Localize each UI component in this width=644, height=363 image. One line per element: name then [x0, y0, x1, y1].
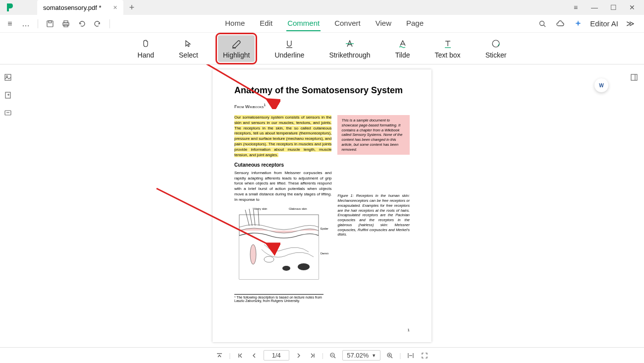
word-export-badge[interactable]: W [594, 78, 608, 92]
sticker-tool[interactable]: Sticker [481, 35, 512, 62]
menu-edit[interactable]: Edit [259, 16, 273, 31]
menu-comment[interactable]: Comment [286, 16, 321, 31]
tool-label: Text box [434, 51, 460, 59]
tool-label: Hand [138, 51, 154, 59]
svg-line-27 [249, 209, 252, 226]
svg-rect-4 [64, 25, 68, 27]
bookmarks-icon[interactable] [4, 91, 14, 101]
zoom-in-icon[interactable] [385, 351, 394, 360]
print-icon[interactable] [60, 18, 72, 30]
maximize-icon[interactable]: ☐ [608, 3, 618, 11]
scroll-top-icon[interactable] [215, 351, 224, 360]
highlight-tool[interactable]: Highlight [218, 35, 255, 62]
tab-title: somatosensory.pdf * [43, 4, 102, 11]
comments-icon[interactable] [4, 109, 14, 119]
search-icon[interactable] [537, 18, 548, 30]
page-number: 1 [408, 328, 410, 332]
menubar: Home Edit Comment Convert View Page [114, 16, 535, 31]
highlighted-paragraph[interactable]: Our somatosensory system consists of sen… [234, 115, 331, 157]
tilde-icon [398, 38, 408, 49]
fit-width-icon[interactable] [406, 351, 415, 360]
editor-ai-button[interactable]: Editor AI [590, 19, 618, 28]
app-logo [0, 2, 20, 12]
more-icon[interactable]: … [20, 18, 32, 30]
svg-point-33 [282, 266, 290, 271]
document-source: From Wikibooks1 [234, 103, 410, 109]
close-window-icon[interactable]: ✕ [627, 3, 637, 11]
save-icon[interactable] [44, 18, 56, 30]
panel-toggle-icon[interactable] [630, 73, 640, 83]
workspace: Anatomy of the Somatosensory System From… [0, 64, 644, 347]
tool-label: Select [179, 51, 198, 59]
menu-view[interactable]: View [375, 16, 392, 31]
fullscreen-icon[interactable] [420, 351, 429, 360]
tool-label: Tilde [395, 51, 410, 59]
svg-text:Glabrous skin: Glabrous skin [289, 207, 307, 210]
left-rail [0, 64, 18, 347]
collapse-right-icon[interactable]: ≫ [624, 18, 636, 30]
svg-rect-38 [631, 74, 637, 80]
select-tool[interactable]: Select [174, 35, 203, 62]
textbox-tool[interactable]: Text box [429, 35, 465, 62]
svg-point-30 [250, 244, 256, 264]
undo-icon[interactable] [76, 18, 88, 30]
hand-tool[interactable]: Hand [133, 35, 159, 62]
skin-figure: Hairy skin Glabrous skin [234, 205, 328, 289]
underline-tool[interactable]: Underline [269, 35, 309, 62]
hamburger-icon[interactable]: ≡ [571, 3, 581, 11]
next-page-icon[interactable] [294, 351, 303, 360]
svg-rect-0 [47, 21, 53, 27]
statusbar: | 1/4 | 57.02% ▼ | [0, 347, 644, 363]
redo-icon[interactable] [92, 18, 104, 30]
first-page-icon[interactable] [236, 351, 245, 360]
pdf-page: Anatomy of the Somatosensory System From… [213, 69, 431, 342]
svg-line-28 [253, 208, 255, 226]
svg-text:Epidermis: Epidermis [321, 227, 328, 230]
thumbnails-icon[interactable] [4, 73, 14, 83]
tool-label: Strikethrough [329, 51, 370, 59]
quickbar: ≡ … Home Edit Comment Convert View Page … [0, 15, 644, 33]
svg-point-32 [298, 263, 310, 270]
hand-icon [141, 38, 151, 49]
add-tab-button[interactable]: + [123, 2, 141, 13]
titlebar: somatosensory.pdf * × + ≡ — ☐ ✕ [0, 0, 644, 15]
svg-line-26 [245, 210, 249, 226]
prev-page-icon[interactable] [250, 351, 259, 360]
page-indicator[interactable]: 1/4 [264, 350, 289, 361]
cursor-icon [184, 38, 193, 49]
svg-line-45 [334, 357, 335, 358]
svg-line-49 [391, 357, 392, 358]
svg-point-15 [492, 40, 499, 47]
svg-rect-16 [5, 74, 11, 80]
window-controls: ≡ — ☐ ✕ [571, 3, 644, 11]
underline-icon [285, 38, 294, 49]
svg-point-17 [6, 76, 8, 77]
file-tab[interactable]: somatosensory.pdf * × [37, 0, 123, 15]
textbox-icon [443, 38, 452, 49]
section-heading: Cutaneous receptors [234, 162, 331, 169]
zoom-out-icon[interactable] [328, 351, 337, 360]
cloud-icon[interactable] [554, 18, 566, 30]
minimize-icon[interactable]: — [590, 3, 599, 11]
svg-point-5 [540, 21, 544, 25]
close-tab-icon[interactable]: × [113, 3, 117, 11]
menu-page[interactable]: Page [405, 16, 425, 31]
svg-line-6 [544, 25, 546, 27]
ai-sparkle-icon[interactable] [572, 18, 584, 30]
zoom-level[interactable]: 57.02% ▼ [342, 350, 380, 361]
figure-caption: Figure 1: Receptors in the human skin: M… [337, 193, 410, 237]
tilde-tool[interactable]: Tilde [390, 35, 415, 62]
tool-label: Sticker [485, 51, 507, 59]
document-canvas[interactable]: Anatomy of the Somatosensory System From… [18, 64, 626, 347]
menu-home[interactable]: Home [224, 16, 246, 31]
menu-icon[interactable]: ≡ [4, 18, 16, 30]
sticker-icon [491, 38, 500, 49]
tool-label: Underline [274, 51, 304, 59]
last-page-icon[interactable] [308, 351, 317, 360]
strikethrough-tool[interactable]: Strikethrough [324, 35, 375, 62]
document-title: Anatomy of the Somatosensory System [234, 85, 410, 96]
menu-convert[interactable]: Convert [333, 16, 362, 31]
svg-line-29 [258, 210, 259, 226]
body-paragraph: Sensory information from Meissner corpus… [234, 171, 331, 203]
footnote: ¹ The following description is based on … [234, 294, 323, 302]
